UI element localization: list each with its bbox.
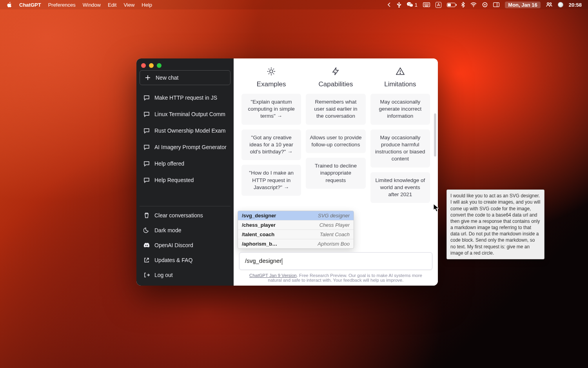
chat-icon <box>143 144 150 150</box>
svg-point-25 <box>400 73 401 74</box>
suggestion-item[interactable]: /aphorism_b… Aphorism Boo <box>238 239 354 248</box>
chat-icon <box>143 95 150 101</box>
app-window: New chat Make HTTP request in JS Linux T… <box>136 58 438 286</box>
examples-title: Examples <box>257 80 286 88</box>
menubar: ChatGPT Preferences Window Edit View Hel… <box>0 0 588 9</box>
window-controls <box>141 63 162 68</box>
suggestion-description: Talent Coach <box>320 231 350 237</box>
control-center-icon[interactable] <box>482 2 488 7</box>
bluetooth-icon[interactable] <box>461 2 465 7</box>
menu-help[interactable]: Help <box>142 2 152 8</box>
menu-edit[interactable]: Edit <box>108 2 116 8</box>
suggestion-item[interactable]: /svg_designer SVG designer <box>238 211 354 220</box>
dark-mode-button[interactable]: Dark mode <box>140 223 230 238</box>
logout-label: Log out <box>154 272 173 278</box>
limitation-card: May occasionally generate incorrect info… <box>370 94 430 125</box>
plus-icon <box>145 75 151 81</box>
warning-icon <box>396 67 405 77</box>
capability-card: Trained to decline inappropriate request… <box>306 158 365 189</box>
clear-label: Clear conversations <box>154 212 203 219</box>
discord-label: OpenAI Discord <box>154 242 193 248</box>
logout-button[interactable]: Log out <box>140 268 230 282</box>
chat-history-item[interactable]: Help Requested <box>140 172 230 188</box>
menubar-time[interactable]: 20:58 <box>569 2 582 8</box>
apple-logo-icon[interactable] <box>6 2 12 8</box>
suggestion-item[interactable]: /talent_coach Talent Coach <box>238 230 354 239</box>
example-card[interactable]: "Explain quantum computing in simple ter… <box>241 94 301 125</box>
scrollbar[interactable] <box>434 90 436 246</box>
window-minimize[interactable] <box>149 63 154 68</box>
version-link[interactable]: ChatGPT Jan 9 Version <box>249 273 297 278</box>
svg-point-10 <box>550 3 551 4</box>
faq-button[interactable]: Updates & FAQ <box>140 253 230 268</box>
keyboard-icon[interactable] <box>423 2 430 7</box>
svg-line-18 <box>269 69 269 69</box>
wifi-icon[interactable] <box>470 2 477 7</box>
suggestion-command: /talent_coach <box>242 231 274 237</box>
chat-icon <box>143 111 150 117</box>
sidebar: New chat Make HTTP request in JS Linux T… <box>136 58 234 286</box>
chevron-left-icon[interactable] <box>387 2 391 7</box>
message-input[interactable]: /svg_designer <box>239 252 432 270</box>
chat-history-label: AI Imagery Prompt Generator <box>154 144 227 150</box>
usb-icon[interactable] <box>397 2 401 7</box>
example-card[interactable]: "Got any creative ideas for a 10 year ol… <box>241 129 301 160</box>
suggestion-tooltip: I would like you to act as an SVG design… <box>446 189 544 259</box>
app-menu[interactable]: ChatGPT <box>19 2 41 8</box>
chat-history-item[interactable]: Help offered <box>140 156 230 171</box>
dark-mode-label: Dark mode <box>154 227 181 233</box>
chat-history-label: Help offered <box>154 160 184 167</box>
capability-card: Allows user to provide follow-up correct… <box>306 129 365 153</box>
siri-icon[interactable] <box>558 2 563 7</box>
chat-history-item[interactable]: AI Imagery Prompt Generator <box>140 139 230 155</box>
limitation-card: Limited knowledge of world and events af… <box>370 172 430 203</box>
input-source-icon[interactable]: A <box>436 2 441 8</box>
wechat-badge: 1 <box>415 2 417 8</box>
svg-line-21 <box>269 73 269 74</box>
window-close[interactable] <box>141 63 146 68</box>
limitation-card: May occasionally produce harmful instruc… <box>370 129 430 168</box>
trash-icon <box>143 212 150 219</box>
new-chat-button[interactable]: New chat <box>140 70 230 85</box>
wechat-icon[interactable]: 1 <box>407 2 417 8</box>
discord-button[interactable]: OpenAI Discord <box>140 238 230 253</box>
message-input-value: /svg_designer <box>245 257 281 264</box>
logout-icon <box>143 272 150 278</box>
clear-conversations-button[interactable]: Clear conversations <box>140 208 230 223</box>
main-panel: Examples "Explain quantum computing in s… <box>234 58 438 286</box>
battery-icon[interactable] <box>447 3 456 7</box>
capabilities-title: Capabilities <box>319 80 353 88</box>
spotlight-icon[interactable] <box>493 2 499 7</box>
suggestion-description: Chess Player <box>319 222 350 228</box>
user-switch-icon[interactable] <box>546 2 552 7</box>
new-chat-label: New chat <box>156 75 178 81</box>
svg-marker-22 <box>333 68 338 75</box>
sidebar-footer: Clear conversations Dark mode OpenAI Dis… <box>140 206 230 282</box>
suggestion-command: /aphorism_b… <box>242 241 277 247</box>
chat-history: Make HTTP request in JS Linux Terminal O… <box>140 90 230 188</box>
suggestion-item[interactable]: /chess_player Chess Player <box>238 220 354 230</box>
lightning-icon <box>331 67 340 77</box>
chat-icon <box>143 160 150 167</box>
chat-history-item[interactable]: Make HTTP request in JS <box>140 90 230 106</box>
chat-history-item[interactable]: Linux Terminal Output Comm <box>140 106 230 122</box>
discord-icon <box>143 242 150 248</box>
chat-history-label: Linux Terminal Output Comm <box>154 111 225 117</box>
menu-preferences[interactable]: Preferences <box>48 2 76 8</box>
menubar-date[interactable]: Mon, Jan 16 <box>505 2 540 8</box>
capabilities-column: Capabilities Remembers what user said ea… <box>306 67 365 208</box>
chat-history-label: Help Requested <box>154 177 194 183</box>
chat-history-item[interactable]: Rust Ownership Model Exam <box>140 123 230 138</box>
svg-point-4 <box>473 6 474 7</box>
command-suggestions: /svg_designer SVG designer /chess_player… <box>238 211 354 249</box>
suggestion-description: SVG designer <box>318 213 350 219</box>
example-card[interactable]: "How do I make an HTTP request in Javasc… <box>241 165 301 196</box>
suggestion-command: /svg_designer <box>242 213 276 219</box>
svg-point-9 <box>547 3 549 5</box>
menu-window[interactable]: Window <box>83 2 101 8</box>
svg-rect-7 <box>494 3 499 7</box>
suggestion-command: /chess_player <box>242 222 276 228</box>
capability-card: Remembers what user said earlier in the … <box>306 94 365 125</box>
menu-view[interactable]: View <box>123 2 134 8</box>
window-zoom[interactable] <box>157 63 162 68</box>
